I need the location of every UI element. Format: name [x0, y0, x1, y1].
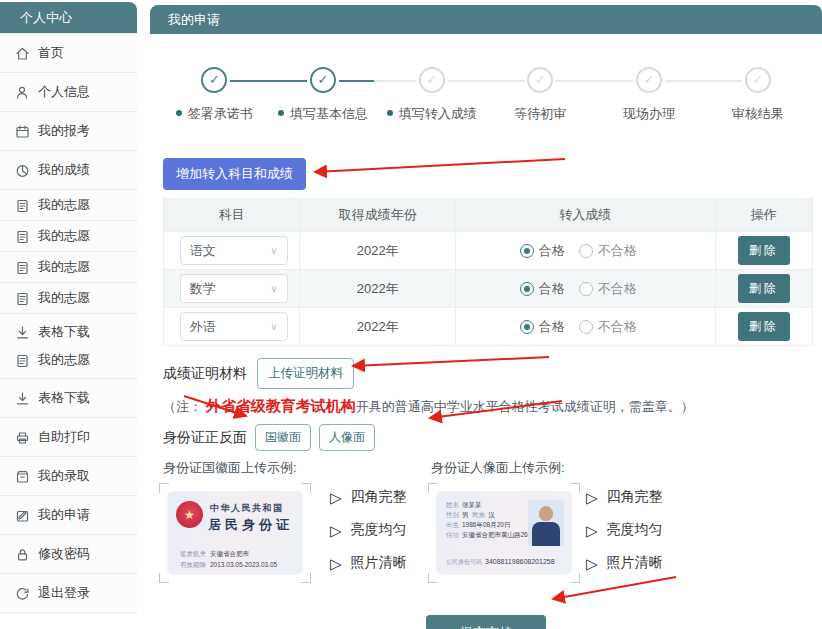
idcard-examples: ★ 中华人民共和国 居民身份证 签发机关安徽省合肥市 有效期限2013.03.0…	[150, 481, 822, 599]
sidebar-item-scores[interactable]: 我的成绩	[0, 151, 137, 190]
col-header-year: 取得成绩年份	[300, 199, 456, 232]
step-label: 现场办理	[623, 106, 675, 121]
portrait-checklist: ▷四角完整 ▷亮度均匀 ▷照片清晰	[586, 487, 663, 586]
national-emblem-icon: ★	[176, 501, 203, 528]
radio-pass[interactable]	[520, 320, 534, 334]
col-header-subject: 科目	[164, 199, 300, 232]
radio-fail[interactable]	[579, 244, 593, 258]
step-label: 等待初审	[514, 106, 566, 121]
corner-bracket	[428, 573, 438, 583]
lock-icon	[15, 547, 30, 562]
upload-portrait-side-button[interactable]: 人像面	[319, 424, 375, 451]
document-icon	[15, 260, 30, 275]
sidebar-item-registration[interactable]: 我的报考	[0, 112, 137, 151]
document-icon	[15, 198, 30, 213]
note-text: （注： 外省省级教育考试机构开具的普通高中学业水平合格性考试成绩证明，需盖章。）	[163, 397, 822, 416]
step-label: 审核结果	[732, 106, 784, 121]
emblem-card-frame: ★ 中华人民共和国 居民身份证 签发机关安徽省合肥市 有效期限2013.03.0…	[159, 483, 311, 583]
chevron-down-icon: ∨	[270, 245, 277, 256]
radio-fail-label: 不合格	[598, 319, 637, 334]
radio-pass[interactable]	[520, 244, 534, 258]
step-transfer-scores: 填写转入成绩	[377, 67, 486, 123]
step-check-icon	[419, 67, 445, 93]
triangle-bullet-icon: ▷	[586, 490, 598, 505]
chevron-down-icon: ∨	[270, 321, 277, 332]
step-label: 填写转入成绩	[399, 106, 477, 121]
subject-select[interactable]: 数学∨	[180, 274, 288, 303]
checklist-item: 亮度均匀	[351, 521, 407, 539]
corner-bracket	[428, 483, 438, 493]
portrait-example-label: 身份证人像面上传示例:	[431, 459, 565, 477]
portrait-card-frame: 姓名张某某 性别男 民族汉 出生1986年08月20日 住址安徽省合肥市黄山路2…	[428, 483, 580, 583]
delete-row-button[interactable]: 删除	[738, 274, 790, 303]
step-basic-info: 填写基本信息	[269, 67, 378, 123]
subject-select[interactable]: 语文∨	[180, 236, 288, 265]
sidebar-item-profile[interactable]: 个人信息	[0, 73, 137, 112]
add-subject-score-button[interactable]: 增加转入科目和成绩	[163, 158, 306, 190]
sidebar-item-label: 我的志愿	[38, 351, 90, 369]
sidebar-item-admission[interactable]: 我的录取	[0, 457, 137, 496]
emblem-example-label: 身份证国徽面上传示例:	[163, 459, 297, 477]
upload-proof-button[interactable]: 上传证明材料	[257, 358, 354, 389]
user-icon	[15, 85, 30, 100]
calendar-icon	[15, 124, 30, 139]
sidebar-item-label: 修改密码	[38, 545, 90, 563]
sidebar-item-wishes-1[interactable]: 我的志愿	[0, 190, 137, 221]
sidebar-group: 表格下载 我的志愿	[0, 314, 137, 379]
logout-icon	[15, 586, 30, 601]
sidebar-item-label: 个人信息	[38, 83, 90, 101]
sidebar-item-self-print[interactable]: 自助打印	[0, 418, 137, 457]
year-cell: 2022年	[300, 270, 456, 308]
sidebar-item-change-password[interactable]: 修改密码	[0, 535, 137, 574]
triangle-bullet-icon: ▷	[586, 556, 598, 571]
year-cell: 2022年	[300, 308, 456, 346]
sidebar-item-wishes-3[interactable]: 我的志愿	[0, 252, 137, 283]
proof-materials-label: 成绩证明材料	[163, 365, 247, 383]
sidebar-item-label: 表格下载	[38, 389, 90, 407]
sidebar-menu: 首页 个人信息 我的报考 我的成绩 我的志愿 我的志愿 我的志愿 我的志愿	[0, 33, 137, 613]
step-connector	[230, 80, 307, 82]
radio-fail[interactable]	[579, 320, 593, 334]
radio-pass-label: 合格	[539, 281, 565, 296]
sidebar-item-form-download-2[interactable]: 表格下载	[0, 379, 137, 418]
step-connector	[665, 80, 742, 82]
delete-row-button[interactable]: 删除	[738, 236, 790, 265]
corner-bracket	[570, 483, 580, 493]
sidebar-item-form-download-1[interactable]: 表格下载	[0, 318, 137, 346]
home-icon	[15, 46, 30, 61]
step-check-icon	[636, 67, 662, 93]
sidebar-item-home[interactable]: 首页	[0, 34, 137, 73]
sidebar-item-label: 我的志愿	[38, 258, 90, 276]
submit-review-button[interactable]: 提交审核	[426, 615, 546, 629]
corner-bracket	[301, 573, 311, 583]
radio-fail-label: 不合格	[598, 243, 637, 258]
radio-pass[interactable]	[520, 282, 534, 296]
pie-chart-icon	[15, 163, 30, 178]
step-label: 签署承诺书	[188, 106, 253, 121]
radio-pass-label: 合格	[539, 243, 565, 258]
checklist-item: 四角完整	[351, 488, 407, 506]
document-icon	[15, 353, 30, 368]
sidebar-item-wishes-4[interactable]: 我的志愿	[0, 283, 137, 314]
sidebar-item-wishes-2[interactable]: 我的志愿	[0, 221, 137, 252]
edit-icon	[15, 508, 30, 523]
step-bullet	[387, 110, 393, 116]
sidebar-item-label: 退出登录	[38, 584, 90, 602]
subject-select[interactable]: 外语∨	[180, 312, 288, 341]
portrait-photo	[528, 500, 564, 546]
step-initial-review: 等待初审	[486, 67, 595, 123]
step-check-icon	[310, 67, 336, 93]
triangle-bullet-icon: ▷	[586, 523, 598, 538]
printer-icon	[15, 430, 30, 445]
sidebar-item-label: 表格下载	[38, 323, 90, 341]
step-onsite-handling: 现场办理	[595, 67, 704, 123]
upload-emblem-side-button[interactable]: 国徽面	[255, 424, 311, 451]
document-icon	[15, 291, 30, 306]
note-highlight: 外省省级教育考试机构	[206, 397, 356, 414]
sidebar-item-wishes-5[interactable]: 我的志愿	[0, 346, 137, 374]
score-table: 科目 取得成绩年份 转入成绩 操作 语文∨ 2022年 合格不合格 删除 数学∨…	[163, 198, 813, 346]
sidebar-item-logout[interactable]: 退出登录	[0, 574, 137, 613]
delete-row-button[interactable]: 删除	[738, 312, 790, 341]
sidebar-item-my-application[interactable]: 我的申请	[0, 496, 137, 535]
radio-fail[interactable]	[579, 282, 593, 296]
